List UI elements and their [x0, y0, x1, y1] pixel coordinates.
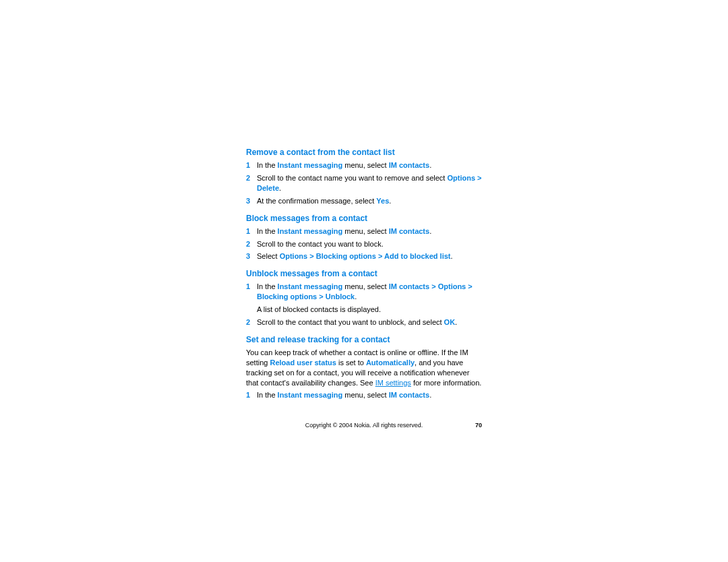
step-row: 1 In the Instant messaging menu, select … [246, 390, 482, 400]
menu-link: Options > Blocking options > Add to bloc… [280, 252, 451, 260]
step-number: 1 [246, 160, 257, 170]
step-number: 3 [246, 251, 257, 261]
menu-link: Instant messaging [278, 282, 343, 290]
document-page: Remove a contact from the contact list 1… [246, 147, 482, 403]
heading-unblock-messages: Unblock messages from a contact [246, 268, 482, 279]
page-footer: Copyright © 2004 Nokia. All rights reser… [246, 422, 482, 429]
step-row: 1 In the Instant messaging menu, select … [246, 282, 482, 302]
step-row: 1 In the Instant messaging menu, select … [246, 160, 482, 170]
menu-link: Instant messaging [278, 227, 343, 235]
setting-link: Automatically [366, 358, 415, 367]
step-row: 3 At the confirmation message, select Ye… [246, 196, 482, 206]
step-text: In the Instant messaging menu, select IM… [257, 160, 482, 170]
step-number: 1 [246, 390, 257, 400]
heading-remove-contact: Remove a contact from the contact list [246, 147, 482, 158]
step-text: In the Instant messaging menu, select IM… [257, 390, 482, 400]
step-number: 2 [246, 173, 257, 193]
menu-link: Yes [376, 197, 389, 205]
step-number: 1 [246, 226, 257, 237]
step-text: In the Instant messaging menu, select IM… [257, 282, 482, 302]
step-number: 2 [246, 317, 257, 327]
menu-link: IM contacts [389, 391, 430, 399]
step-number: 1 [246, 282, 257, 302]
step-text: Select Options > Blocking options > Add … [257, 251, 482, 261]
copyright-text: Copyright © 2004 Nokia. All rights reser… [305, 422, 423, 429]
paragraph: You can keep track of whether a contact … [246, 348, 482, 387]
note-text: A list of blocked contacts is displayed. [257, 305, 482, 315]
step-text: In the Instant messaging menu, select IM… [257, 226, 482, 237]
menu-link: IM contacts [389, 161, 430, 169]
heading-tracking: Set and release tracking for a contact [246, 334, 482, 345]
cross-reference-link[interactable]: IM settings [375, 379, 411, 387]
menu-link: Instant messaging [278, 161, 343, 169]
menu-link: OK [444, 318, 456, 326]
menu-link: Instant messaging [278, 391, 343, 399]
heading-block-messages: Block messages from a contact [246, 213, 482, 224]
step-text: Scroll to the contact name you want to r… [257, 173, 482, 193]
step-row: 2 Scroll to the contact that you want to… [246, 317, 482, 327]
page-number: 70 [475, 422, 482, 429]
step-text: At the confirmation message, select Yes. [257, 196, 482, 206]
step-row: 2 Scroll to the contact you want to bloc… [246, 239, 482, 249]
step-text: Scroll to the contact you want to block. [257, 239, 482, 249]
step-text: Scroll to the contact that you want to u… [257, 317, 482, 327]
step-row: 3 Select Options > Blocking options > Ad… [246, 251, 482, 261]
step-number: 3 [246, 196, 257, 206]
menu-link: IM contacts [389, 227, 430, 235]
setting-link: Reload user status [270, 358, 336, 367]
step-number: 2 [246, 239, 257, 249]
step-row: 2 Scroll to the contact name you want to… [246, 173, 482, 193]
step-row: 1 In the Instant messaging menu, select … [246, 226, 482, 237]
